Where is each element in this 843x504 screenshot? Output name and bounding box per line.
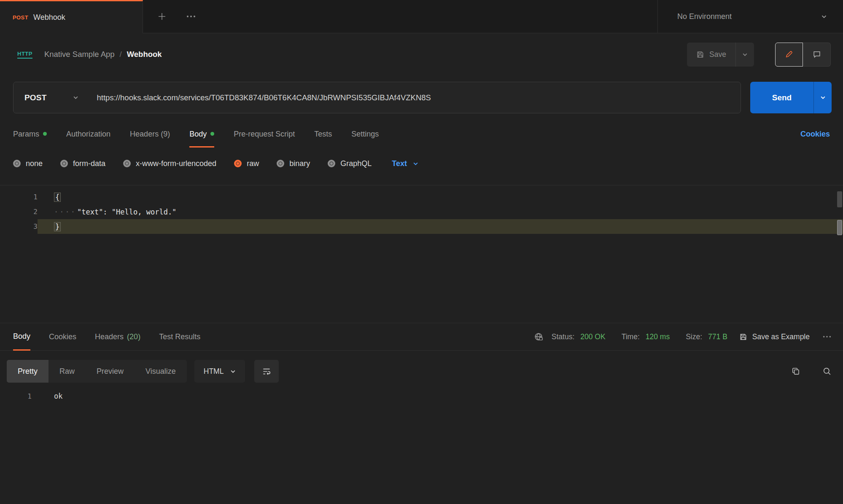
copy-icon	[791, 367, 800, 376]
size-label: Size:	[686, 332, 702, 341]
green-dot	[43, 132, 47, 136]
editor-scrollbar-thumb[interactable]	[837, 191, 842, 207]
request-header: HTTP Knative Sample App / Webhook Save	[0, 33, 843, 75]
radio-icon	[277, 160, 284, 167]
body-type-label: binary	[289, 159, 310, 168]
save-icon	[696, 51, 704, 59]
line-number: 2	[0, 208, 38, 216]
editor-line: 2 ···· "text": "Hello, world."	[0, 204, 843, 219]
headers-count: (20)	[127, 332, 140, 341]
breadcrumb-collection[interactable]: Knative Sample App	[44, 50, 115, 59]
line-number: 1	[0, 193, 38, 201]
view-preview[interactable]: Preview	[86, 360, 135, 383]
view-pretty[interactable]: Pretty	[7, 360, 48, 383]
tab-options-button[interactable]	[186, 15, 196, 18]
wrap-lines-button[interactable]	[254, 360, 279, 383]
time-value: 120 ms	[646, 332, 670, 341]
response-toolbar: Pretty Raw Preview Visualize HTML	[7, 360, 832, 383]
breadcrumb-separator: /	[120, 50, 122, 59]
editor-scrollbar-mark[interactable]	[837, 220, 842, 235]
raw-language-selector[interactable]: Text	[392, 159, 418, 168]
header-icon-buttons	[775, 43, 831, 67]
radio-selected-icon	[234, 160, 242, 167]
save-as-example-button[interactable]: Save as Example	[739, 332, 810, 341]
response-options-button[interactable]	[822, 335, 832, 338]
tab-body[interactable]: Body	[189, 121, 214, 147]
request-tabs: Params Authorization Headers (9) Body Pr…	[13, 119, 830, 149]
body-type-graphql[interactable]: GraphQL	[328, 159, 372, 168]
breadcrumb-request-name[interactable]: Webhook	[127, 50, 162, 59]
send-button[interactable]: Send	[750, 82, 813, 113]
send-options-button[interactable]	[813, 82, 832, 113]
body-type-label: none	[26, 159, 43, 168]
more-options-icon	[822, 335, 832, 338]
status-label: Status:	[552, 332, 574, 341]
save-label: Save	[709, 50, 726, 59]
comment-icon	[813, 50, 821, 59]
chevron-down-icon	[742, 53, 748, 56]
url-input[interactable]: https://hooks.slack.com/services/T06TD83…	[91, 93, 741, 102]
body-type-none[interactable]: none	[13, 159, 43, 168]
tab-headers[interactable]: Headers (9)	[130, 121, 170, 147]
method-selector[interactable]: POST	[13, 93, 91, 102]
body-type-label: GraphQL	[340, 159, 372, 168]
tab-params[interactable]: Params	[13, 121, 47, 147]
tab-pre-request-script[interactable]: Pre-request Script	[234, 121, 295, 147]
editor-line-current: 3 }	[0, 219, 843, 234]
request-body-editor[interactable]: 1 { 2 ···· "text": "Hello, world." 3 }	[0, 185, 843, 323]
cookies-link[interactable]: Cookies	[800, 130, 830, 139]
save-icon	[739, 333, 747, 341]
code-text: }	[54, 222, 61, 231]
response-view-switcher: Pretty Raw Preview Visualize	[7, 360, 187, 383]
save-options-button[interactable]	[735, 43, 754, 67]
send-button-group: Send	[750, 82, 832, 113]
tab-label: Cookies	[49, 332, 76, 341]
tab-authorization[interactable]: Authorization	[66, 121, 110, 147]
comment-button[interactable]	[803, 43, 831, 67]
save-button[interactable]: Save	[687, 43, 735, 67]
view-visualize[interactable]: Visualize	[135, 360, 187, 383]
copy-response-button[interactable]	[791, 367, 800, 376]
request-tab-webhook[interactable]: POST Webhook	[0, 0, 143, 33]
view-raw[interactable]: Raw	[48, 360, 86, 383]
chevron-down-icon	[820, 96, 826, 99]
body-type-row: none form-data x-www-form-urlencoded raw…	[0, 149, 843, 178]
response-tab-cookies[interactable]: Cookies	[49, 323, 76, 350]
body-type-label: raw	[247, 159, 259, 168]
tab-label: Headers	[95, 332, 124, 341]
whitespace-dots: ····	[54, 208, 76, 216]
radio-icon	[60, 160, 68, 167]
network-globe-icon	[534, 332, 543, 341]
radio-icon	[328, 160, 335, 167]
tab-label: Settings	[351, 130, 379, 139]
chevron-down-icon	[73, 96, 78, 99]
search-response-button[interactable]	[822, 367, 832, 376]
body-type-raw[interactable]: raw	[234, 159, 259, 168]
environment-selector[interactable]: No Environment	[657, 0, 843, 33]
response-format-selector[interactable]: HTML	[194, 360, 245, 383]
new-tab-button[interactable]	[156, 11, 167, 22]
response-tab-test-results[interactable]: Test Results	[159, 323, 200, 350]
tab-settings[interactable]: Settings	[351, 121, 379, 147]
time-label: Time:	[622, 332, 640, 341]
url-box: POST https://hooks.slack.com/services/T0…	[13, 82, 741, 113]
response-tab-headers[interactable]: Headers (20)	[95, 323, 140, 350]
edit-request-button[interactable]	[775, 43, 803, 67]
tab-bar: POST Webhook No Environment	[0, 0, 843, 33]
editor-line: 1 {	[0, 190, 843, 204]
tab-label: Pre-request Script	[234, 130, 295, 139]
body-type-urlencoded[interactable]: x-www-form-urlencoded	[123, 159, 216, 168]
tab-title: Webhook	[33, 13, 65, 22]
chevron-down-icon	[821, 15, 827, 19]
tab-tests[interactable]: Tests	[314, 121, 332, 147]
radio-icon	[13, 160, 21, 167]
response-line: 1 ok	[0, 389, 843, 404]
tab-label: Body	[189, 130, 207, 139]
response-tab-body[interactable]: Body	[13, 324, 30, 351]
body-type-form-data[interactable]: form-data	[60, 159, 105, 168]
wrap-text-icon	[262, 367, 271, 376]
body-type-binary[interactable]: binary	[277, 159, 310, 168]
size-value: 771 B	[708, 332, 727, 341]
tab-label: Test Results	[159, 332, 200, 341]
radio-icon	[123, 160, 131, 167]
